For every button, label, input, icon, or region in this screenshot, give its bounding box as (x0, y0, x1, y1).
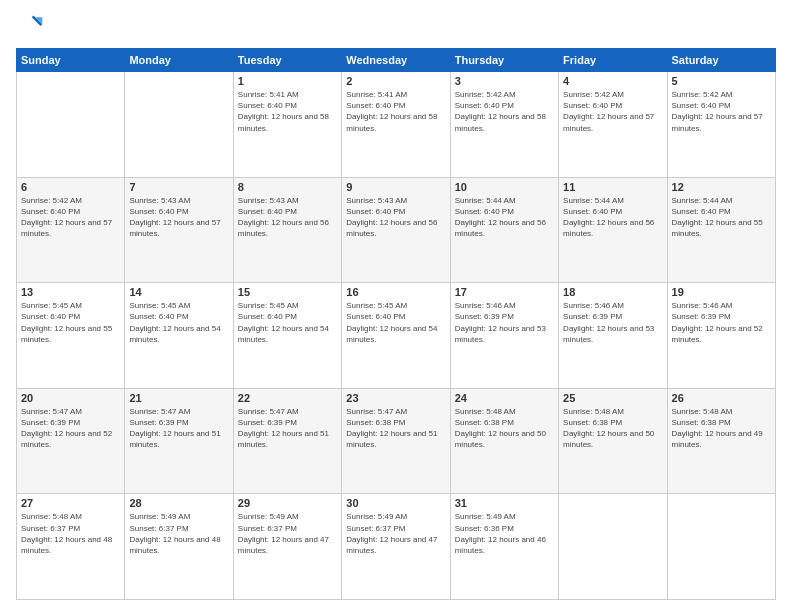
calendar-cell: 2Sunrise: 5:41 AM Sunset: 6:40 PM Daylig… (342, 72, 450, 178)
day-info: Sunrise: 5:44 AM Sunset: 6:40 PM Dayligh… (455, 195, 554, 240)
calendar-cell: 17Sunrise: 5:46 AM Sunset: 6:39 PM Dayli… (450, 283, 558, 389)
calendar-cell (667, 494, 775, 600)
day-number: 28 (129, 497, 228, 509)
day-number: 4 (563, 75, 662, 87)
day-number: 9 (346, 181, 445, 193)
calendar-cell (559, 494, 667, 600)
day-number: 25 (563, 392, 662, 404)
day-number: 14 (129, 286, 228, 298)
day-number: 29 (238, 497, 337, 509)
day-number: 3 (455, 75, 554, 87)
calendar-cell: 13Sunrise: 5:45 AM Sunset: 6:40 PM Dayli… (17, 283, 125, 389)
day-number: 2 (346, 75, 445, 87)
calendar-cell: 9Sunrise: 5:43 AM Sunset: 6:40 PM Daylig… (342, 177, 450, 283)
calendar-page: SundayMondayTuesdayWednesdayThursdayFrid… (0, 0, 792, 612)
calendar-cell: 12Sunrise: 5:44 AM Sunset: 6:40 PM Dayli… (667, 177, 775, 283)
calendar-cell: 22Sunrise: 5:47 AM Sunset: 6:39 PM Dayli… (233, 388, 341, 494)
weekday-header-friday: Friday (559, 49, 667, 72)
svg-rect-0 (16, 12, 44, 40)
day-number: 20 (21, 392, 120, 404)
day-number: 23 (346, 392, 445, 404)
calendar-cell: 6Sunrise: 5:42 AM Sunset: 6:40 PM Daylig… (17, 177, 125, 283)
day-number: 19 (672, 286, 771, 298)
calendar-cell: 4Sunrise: 5:42 AM Sunset: 6:40 PM Daylig… (559, 72, 667, 178)
calendar-cell: 15Sunrise: 5:45 AM Sunset: 6:40 PM Dayli… (233, 283, 341, 389)
weekday-header-thursday: Thursday (450, 49, 558, 72)
calendar-cell: 25Sunrise: 5:48 AM Sunset: 6:38 PM Dayli… (559, 388, 667, 494)
calendar-cell: 11Sunrise: 5:44 AM Sunset: 6:40 PM Dayli… (559, 177, 667, 283)
day-info: Sunrise: 5:48 AM Sunset: 6:38 PM Dayligh… (455, 406, 554, 451)
calendar-table: SundayMondayTuesdayWednesdayThursdayFrid… (16, 48, 776, 600)
weekday-row: SundayMondayTuesdayWednesdayThursdayFrid… (17, 49, 776, 72)
day-info: Sunrise: 5:42 AM Sunset: 6:40 PM Dayligh… (672, 89, 771, 134)
day-number: 6 (21, 181, 120, 193)
day-number: 26 (672, 392, 771, 404)
week-row-5: 27Sunrise: 5:48 AM Sunset: 6:37 PM Dayli… (17, 494, 776, 600)
day-info: Sunrise: 5:41 AM Sunset: 6:40 PM Dayligh… (238, 89, 337, 134)
day-info: Sunrise: 5:45 AM Sunset: 6:40 PM Dayligh… (129, 300, 228, 345)
day-info: Sunrise: 5:45 AM Sunset: 6:40 PM Dayligh… (21, 300, 120, 345)
header (16, 12, 776, 40)
day-number: 18 (563, 286, 662, 298)
day-number: 12 (672, 181, 771, 193)
calendar-cell: 10Sunrise: 5:44 AM Sunset: 6:40 PM Dayli… (450, 177, 558, 283)
week-row-2: 6Sunrise: 5:42 AM Sunset: 6:40 PM Daylig… (17, 177, 776, 283)
day-number: 17 (455, 286, 554, 298)
day-info: Sunrise: 5:48 AM Sunset: 6:38 PM Dayligh… (672, 406, 771, 451)
day-info: Sunrise: 5:41 AM Sunset: 6:40 PM Dayligh… (346, 89, 445, 134)
weekday-header-tuesday: Tuesday (233, 49, 341, 72)
day-info: Sunrise: 5:43 AM Sunset: 6:40 PM Dayligh… (129, 195, 228, 240)
day-info: Sunrise: 5:42 AM Sunset: 6:40 PM Dayligh… (455, 89, 554, 134)
day-info: Sunrise: 5:43 AM Sunset: 6:40 PM Dayligh… (238, 195, 337, 240)
calendar-cell: 7Sunrise: 5:43 AM Sunset: 6:40 PM Daylig… (125, 177, 233, 283)
day-info: Sunrise: 5:46 AM Sunset: 6:39 PM Dayligh… (563, 300, 662, 345)
calendar-cell: 30Sunrise: 5:49 AM Sunset: 6:37 PM Dayli… (342, 494, 450, 600)
day-info: Sunrise: 5:46 AM Sunset: 6:39 PM Dayligh… (455, 300, 554, 345)
weekday-header-sunday: Sunday (17, 49, 125, 72)
day-info: Sunrise: 5:49 AM Sunset: 6:37 PM Dayligh… (238, 511, 337, 556)
day-info: Sunrise: 5:49 AM Sunset: 6:37 PM Dayligh… (346, 511, 445, 556)
calendar-cell: 19Sunrise: 5:46 AM Sunset: 6:39 PM Dayli… (667, 283, 775, 389)
week-row-1: 1Sunrise: 5:41 AM Sunset: 6:40 PM Daylig… (17, 72, 776, 178)
day-number: 22 (238, 392, 337, 404)
calendar-cell: 27Sunrise: 5:48 AM Sunset: 6:37 PM Dayli… (17, 494, 125, 600)
day-info: Sunrise: 5:48 AM Sunset: 6:38 PM Dayligh… (563, 406, 662, 451)
calendar-cell: 31Sunrise: 5:49 AM Sunset: 6:36 PM Dayli… (450, 494, 558, 600)
day-number: 15 (238, 286, 337, 298)
weekday-header-monday: Monday (125, 49, 233, 72)
calendar-cell (125, 72, 233, 178)
day-number: 31 (455, 497, 554, 509)
weekday-header-wednesday: Wednesday (342, 49, 450, 72)
day-info: Sunrise: 5:49 AM Sunset: 6:36 PM Dayligh… (455, 511, 554, 556)
calendar-cell: 23Sunrise: 5:47 AM Sunset: 6:38 PM Dayli… (342, 388, 450, 494)
calendar-cell: 8Sunrise: 5:43 AM Sunset: 6:40 PM Daylig… (233, 177, 341, 283)
day-info: Sunrise: 5:45 AM Sunset: 6:40 PM Dayligh… (346, 300, 445, 345)
day-info: Sunrise: 5:47 AM Sunset: 6:39 PM Dayligh… (238, 406, 337, 451)
day-number: 1 (238, 75, 337, 87)
day-number: 27 (21, 497, 120, 509)
day-number: 7 (129, 181, 228, 193)
day-number: 24 (455, 392, 554, 404)
day-info: Sunrise: 5:49 AM Sunset: 6:37 PM Dayligh… (129, 511, 228, 556)
day-info: Sunrise: 5:47 AM Sunset: 6:38 PM Dayligh… (346, 406, 445, 451)
logo-icon (16, 12, 44, 40)
day-info: Sunrise: 5:42 AM Sunset: 6:40 PM Dayligh… (563, 89, 662, 134)
calendar-cell: 16Sunrise: 5:45 AM Sunset: 6:40 PM Dayli… (342, 283, 450, 389)
calendar-cell: 29Sunrise: 5:49 AM Sunset: 6:37 PM Dayli… (233, 494, 341, 600)
day-number: 10 (455, 181, 554, 193)
calendar-cell: 1Sunrise: 5:41 AM Sunset: 6:40 PM Daylig… (233, 72, 341, 178)
day-number: 21 (129, 392, 228, 404)
calendar-cell: 20Sunrise: 5:47 AM Sunset: 6:39 PM Dayli… (17, 388, 125, 494)
day-info: Sunrise: 5:42 AM Sunset: 6:40 PM Dayligh… (21, 195, 120, 240)
calendar-cell: 28Sunrise: 5:49 AM Sunset: 6:37 PM Dayli… (125, 494, 233, 600)
day-number: 5 (672, 75, 771, 87)
day-number: 13 (21, 286, 120, 298)
calendar-cell: 3Sunrise: 5:42 AM Sunset: 6:40 PM Daylig… (450, 72, 558, 178)
calendar-cell: 18Sunrise: 5:46 AM Sunset: 6:39 PM Dayli… (559, 283, 667, 389)
day-number: 30 (346, 497, 445, 509)
day-number: 16 (346, 286, 445, 298)
day-info: Sunrise: 5:46 AM Sunset: 6:39 PM Dayligh… (672, 300, 771, 345)
day-info: Sunrise: 5:47 AM Sunset: 6:39 PM Dayligh… (129, 406, 228, 451)
day-info: Sunrise: 5:47 AM Sunset: 6:39 PM Dayligh… (21, 406, 120, 451)
day-info: Sunrise: 5:44 AM Sunset: 6:40 PM Dayligh… (672, 195, 771, 240)
